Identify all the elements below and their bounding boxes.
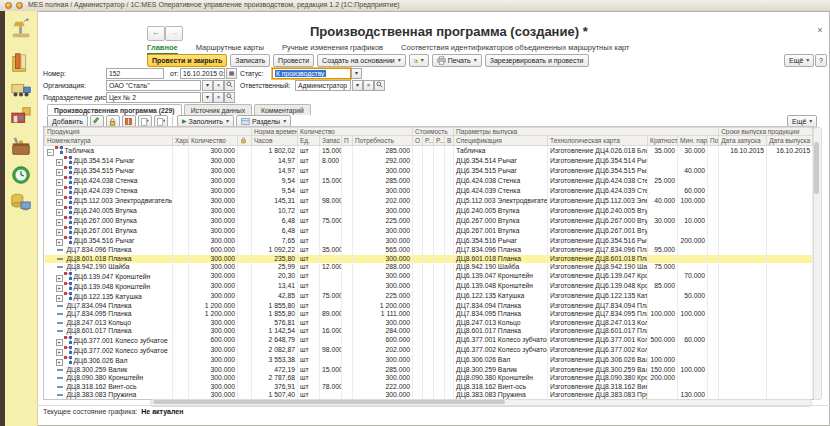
lock-icon[interactable] <box>238 136 252 146</box>
col-multiplicity[interactable]: Кратность <box>648 136 678 146</box>
table-row[interactable]: ДЦ8.090.380 Кронштейн300.0002 787,68шт30… <box>45 374 813 383</box>
col-po[interactable]: По... <box>708 136 719 146</box>
org-clear-icon[interactable]: × <box>213 80 224 91</box>
vertical-scrollbar-handle[interactable] <box>814 142 819 194</box>
tree-expander-icon[interactable]: + <box>56 275 63 282</box>
tree-expander-icon[interactable]: + <box>56 359 63 366</box>
table-row[interactable]: +ДЦ6.240.005 Втулка300.00010,72шт300.000… <box>45 206 813 216</box>
forward-arrow-icon[interactable]: → <box>165 26 183 41</box>
table-row[interactable]: +ДЦ6.267.000 Втулка300.0006,48шт75.00022… <box>45 216 813 226</box>
table-row[interactable]: +ДЦ6.424.039 Стенка300.0009,54шт300.000Д… <box>45 186 813 196</box>
resp-dropdown-icon[interactable]: ▾ <box>352 80 363 91</box>
database-icon[interactable] <box>10 191 32 213</box>
lamp-icon[interactable] <box>10 18 32 40</box>
print-button[interactable]: Печать <box>432 54 482 67</box>
col-characteristic[interactable]: Характ... <box>173 136 189 146</box>
table-row[interactable]: +ДЦ6.424.038 Стенка300.0009,54шт15.00028… <box>45 176 813 186</box>
responsible-field[interactable]: Администратор <box>295 80 351 91</box>
table-row[interactable]: −Табличка300.0001 802,02шт15.000285.000Т… <box>45 146 813 157</box>
table-row[interactable]: +ДЦ6.122.135 Катушка300.00042,85шт75.000… <box>45 292 813 302</box>
col-min-batch[interactable]: Мин. партия <box>678 136 708 146</box>
vertical-scrollbar[interactable] <box>813 127 822 400</box>
date-field[interactable]: 16.10.2015 0:00:00 <box>180 68 225 79</box>
table-row[interactable]: ДЦ8.318.162 Винт-ось300.000376,91шт78.00… <box>45 383 813 392</box>
table-row[interactable]: +ДЦ6.377.002 Колесо зубчатое300.0002 082… <box>45 346 813 356</box>
tab-production-program[interactable]: Производственная программа (229) <box>47 104 182 115</box>
organization-field[interactable]: ОАО "Сталь" <box>106 80 201 91</box>
col-v[interactable]: В <box>445 136 454 146</box>
tree-expander-icon[interactable]: + <box>56 229 63 236</box>
help-button[interactable]: ? <box>815 54 827 67</box>
col-finish-date[interactable]: Дата выпуска <box>767 136 813 146</box>
table-row[interactable]: +ДЦ6.306.026 Вал300.0003 553,38шт300.000… <box>45 356 813 366</box>
table-row[interactable]: ДЦ8.942.190 Шайба300.00025,99шт12.000288… <box>45 263 813 272</box>
tree-expander-icon[interactable]: + <box>56 349 63 356</box>
resp-clear-icon[interactable]: × <box>363 80 374 91</box>
resp-open-icon[interactable] <box>374 80 385 91</box>
tab-data-source[interactable]: Источник данных <box>184 104 252 115</box>
tree-expander-icon[interactable]: + <box>56 339 63 346</box>
tree-expander-icon[interactable]: + <box>56 219 63 226</box>
tree-expander-icon[interactable]: + <box>56 285 63 292</box>
tree-expander-icon[interactable]: + <box>56 159 63 166</box>
post-and-close-button[interactable]: Провести и закрыть <box>147 54 227 67</box>
reserve-and-post-button[interactable]: Зарезервировать и провести <box>485 54 589 67</box>
reports-icon[interactable] <box>409 54 429 67</box>
status-dropdown-icon[interactable]: ▾ <box>351 68 362 79</box>
clock-icon[interactable] <box>10 164 32 186</box>
toolbox-icon[interactable] <box>10 136 32 158</box>
table-row[interactable]: ДЦ7.834.094 Планка1 200.0001 855,80шт1 2… <box>45 302 813 311</box>
col-nomenclature[interactable]: Номенклатура <box>45 136 173 146</box>
tree-expander-icon[interactable]: + <box>56 189 63 196</box>
col-r1[interactable]: Р... <box>423 136 434 146</box>
col-p[interactable]: П <box>342 136 353 146</box>
tree-expander-icon[interactable]: + <box>56 239 63 246</box>
post-button[interactable]: Провести <box>273 54 314 67</box>
truck-icon[interactable] <box>10 78 32 100</box>
horizontal-scrollbar-handle[interactable] <box>153 400 505 404</box>
table-row[interactable]: ДЦ7.834.096 Планка600.0001 092,22шт35.00… <box>45 246 813 255</box>
dispatcher-dept-field[interactable]: Цех № 2 <box>106 92 201 103</box>
table-row[interactable]: +ДЦ5.112.003 Электродвигатель300.000145,… <box>45 196 813 206</box>
tree-expander-icon[interactable]: + <box>56 169 63 176</box>
calendar-icon[interactable]: ▦ <box>226 68 237 79</box>
col-specification[interactable]: Спецификация <box>454 136 548 146</box>
number-field[interactable]: 152 <box>106 68 164 79</box>
col-quantity[interactable]: Количество <box>189 136 238 146</box>
table-row[interactable]: +ДЦ6.139.047 Кронштейн300.00020,30шт300.… <box>45 272 813 282</box>
tree-expander-icon[interactable]: + <box>56 179 63 186</box>
table-row[interactable]: ДЦ8.300.259 Валик300.000472,19шт15.00028… <box>45 366 813 375</box>
dept-dropdown-icon[interactable]: ▾ <box>202 92 213 103</box>
table-row[interactable]: +ДЦ6.267.001 Втулка300.0006,48шт300.000Д… <box>45 226 813 236</box>
tree-expander-icon[interactable]: + <box>56 209 63 216</box>
books-icon[interactable] <box>10 52 32 74</box>
create-based-on-button[interactable]: Создать на основании <box>317 54 406 67</box>
dept-open-icon[interactable] <box>224 92 235 103</box>
col-demand[interactable]: Потребность <box>353 136 413 146</box>
org-open-icon[interactable] <box>224 80 235 91</box>
workshop-icon[interactable] <box>10 104 32 126</box>
table-row[interactable]: +ДЦ6.377.001 Колесо зубчатое600.0002 648… <box>45 336 813 346</box>
col-r2[interactable]: Р... <box>434 136 445 146</box>
org-dropdown-icon[interactable]: ▾ <box>202 80 213 91</box>
table-row[interactable]: +ДЦ6.354.516 Рычаг300.0007,65шт300.000ДЦ… <box>45 236 813 246</box>
table-row[interactable]: ДЦ8.247.013 Кольцо300.000576,81шт300.000… <box>45 319 813 328</box>
status-field[interactable]: К производству <box>272 68 351 79</box>
table-row[interactable]: ДЦ7.834.095 Планка1 200.0001 855,80шт89.… <box>45 310 813 319</box>
table-row[interactable]: ДЦ8.601.018 Планка300.000235,80шт300.000… <box>45 255 813 264</box>
col-hours[interactable]: Часов <box>252 136 298 146</box>
tree-expander-icon[interactable]: − <box>47 149 54 156</box>
close-icon[interactable]: × <box>814 24 826 36</box>
col-unit[interactable]: Ед. <box>298 136 320 146</box>
tree-expander-icon[interactable]: + <box>56 295 63 302</box>
window-button-icon[interactable] <box>5 2 12 9</box>
table-row[interactable]: +ДЦ6.354.514 Рычаг300.00014,97шт8.000292… <box>45 156 813 166</box>
window-button-icon[interactable] <box>16 2 23 9</box>
write-button[interactable]: Записать <box>230 54 270 67</box>
table-row[interactable]: +ДЦ6.139.048 Кронштейн300.00013,41шт300.… <box>45 282 813 292</box>
back-arrow-icon[interactable]: ← <box>147 26 165 41</box>
tree-expander-icon[interactable]: + <box>56 199 63 206</box>
table-row[interactable]: ДЦ8.601.017 Планка300.0001 142,54шт16.00… <box>45 327 813 336</box>
col-start-date[interactable]: Дата запуска <box>719 136 767 146</box>
dept-clear-icon[interactable]: × <box>213 92 224 103</box>
